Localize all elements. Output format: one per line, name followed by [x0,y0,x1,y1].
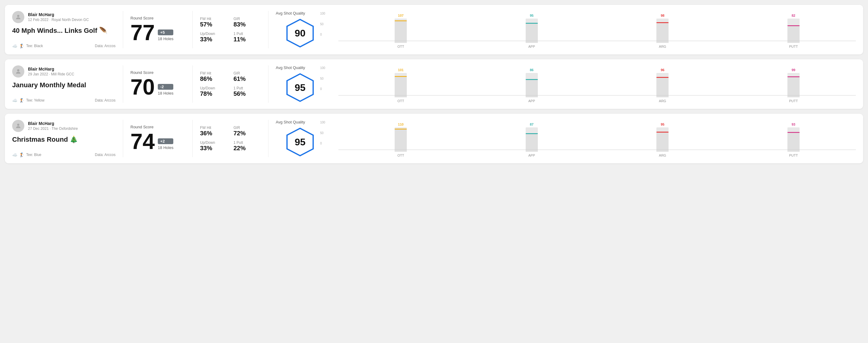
date-venue: 12 Feb 2022 · Royal North Devon GC [28,18,89,22]
stat-fw-hit: FW Hit36% [200,126,227,137]
bar-axis-label: APP [528,154,535,157]
axis-line [338,150,856,150]
score-row: 77+518 Holes [130,22,185,43]
bar-indicator [526,23,538,24]
bar-column-arg: 96ARG [600,68,725,103]
bottom-meta: ☁️ 🏌️ Tee: Yellow Data: Arccos [12,98,116,103]
bar-column-ott: 101OTT [338,68,463,103]
stat-label-fw-hit: FW Hit [200,71,227,75]
stats-grid: FW Hit86%GIR61%Up/Down78%1 Putt56% [200,71,261,97]
svg-point-4 [17,124,19,126]
chart-section: 100500110OTT87APP95ARG93PUTT [324,120,856,157]
quality-label: Avg Shot Quality [276,11,305,15]
user-header: Blair McHarg27 Dec 2021 · The Oxfordshir… [12,120,116,132]
bar-column-app: 87APP [469,123,594,157]
stat-value-fw-hit: 36% [200,130,227,137]
y-label: 0 [320,87,325,91]
date-venue: 27 Dec 2021 · The Oxfordshire [28,126,78,131]
stat-label-gir: GIR [234,126,261,130]
bar-column-ott: 107OTT [338,14,463,48]
bar-fill [656,132,669,152]
bar-wrapper [787,127,800,152]
quality-section: Avg Shot Quality95 [276,120,324,157]
y-label: 100 [320,66,325,70]
avatar [12,65,24,77]
stat-up-down: Up/Down33% [200,141,227,152]
score-number: 74 [130,130,155,152]
stat-label-one-putt: 1 Putt [234,141,261,145]
stats-grid: FW Hit57%GIR83%Up/Down33%1 Putt11% [200,17,261,43]
bar-value-label: 87 [530,123,533,126]
stat-label-one-putt: 1 Putt [234,86,261,90]
stat-one-putt: 1 Putt22% [234,141,261,152]
bar-column-putt: 82PUTT [731,14,856,48]
round-card: Blair McHarg27 Dec 2021 · The Oxfordshir… [5,114,863,163]
user-name: Blair McHarg [28,67,74,71]
user-info: Blair McHarg27 Dec 2021 · The Oxfordshir… [28,121,78,131]
quality-section: Avg Shot Quality95 [276,65,324,103]
svg-point-2 [17,69,19,71]
bar-axis-label: OTT [397,45,404,48]
divider [268,11,269,48]
bar-wrapper [395,19,407,43]
round-title: 40 Mph Winds... Links Golf 🪶 [12,27,116,35]
bar-value-label: 82 [792,14,795,17]
data-source-label: Data: Arccos [95,98,116,102]
bar-fill [395,129,407,152]
round-left-section: Blair McHarg12 Feb 2022 · Royal North De… [12,11,116,48]
bar-fill [787,77,800,97]
score-row: 74+218 Holes [130,130,185,152]
bar-value-label: 101 [398,68,403,72]
score-number: 70 [130,76,155,98]
axis-line [338,41,856,41]
y-label: 50 [320,131,325,135]
bar-fill [395,21,407,43]
tee-label: Tee: Black [26,44,43,48]
quality-label: Avg Shot Quality [276,65,305,70]
date-venue: 29 Jan 2022 · Mill Ride GCC [28,72,74,76]
stat-one-putt: 1 Putt11% [234,32,261,43]
y-label: 50 [320,77,325,80]
tee-info: ☁️ 🏌️ Tee: Black [12,43,43,48]
user-name: Blair McHarg [28,12,89,17]
score-badge-group: -218 Holes [158,84,173,98]
stat-label-up-down: Up/Down [200,141,227,145]
bar-value-label: 86 [530,68,533,72]
bar-wrapper [656,127,669,152]
score-label: Round Score [130,125,185,129]
quality-score: 95 [294,82,306,93]
bar-chart: 110OTT87APP95ARG93PUTT [338,121,856,157]
bar-fill [526,24,538,43]
round-card: Blair McHarg12 Feb 2022 · Royal North De… [5,5,863,55]
stat-up-down: Up/Down78% [200,86,227,97]
chart-wrapper: 100500101OTT86APP96ARG99PUTT [329,66,856,103]
round-left-section: Blair McHarg27 Dec 2021 · The Oxfordshir… [12,120,116,157]
user-header: Blair McHarg12 Feb 2022 · Royal North De… [12,11,116,23]
stats-grid: FW Hit36%GIR72%Up/Down33%1 Putt22% [200,126,261,152]
bar-fill [656,78,669,97]
tee-label: Tee: Blue [26,153,41,157]
bar-fill [526,134,538,152]
bar-value-label: 107 [398,14,403,17]
bar-value-label: 110 [398,123,403,126]
stat-value-up-down: 78% [200,90,227,97]
hex-container: 90 [285,18,315,48]
user-name: Blair McHarg [28,121,78,126]
score-number: 77 [130,22,155,43]
bar-indicator [787,76,800,77]
bar-indicator [656,22,669,23]
stat-label-gir: GIR [234,71,261,75]
bag-icon: 🏌️ [19,43,24,48]
bar-axis-label: ARG [659,45,666,48]
holes-label: 18 Holes [158,91,173,95]
stat-one-putt: 1 Putt56% [234,86,261,97]
data-source-label: Data: Arccos [95,44,116,48]
stat-label-up-down: Up/Down [200,32,227,36]
stats-section: FW Hit57%GIR83%Up/Down33%1 Putt11% [200,11,261,48]
divider [192,65,193,103]
bar-fill [787,26,800,43]
bar-column-app: 86APP [469,68,594,103]
score-section: Round Score74+218 Holes [130,120,185,157]
bar-wrapper [526,127,538,152]
stat-value-gir: 61% [234,75,261,83]
